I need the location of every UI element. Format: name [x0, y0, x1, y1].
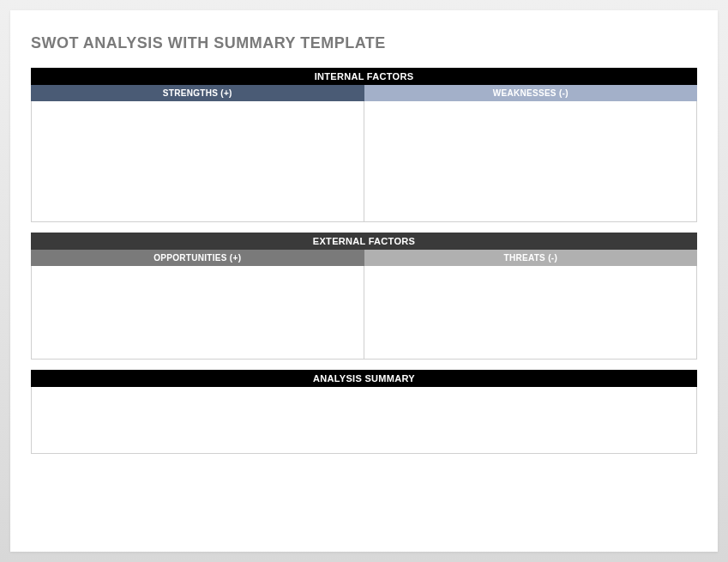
internal-factors-section: INTERNAL FACTORS STRENGTHS (+) WEAKNESSE… [31, 68, 697, 222]
external-factors-header: EXTERNAL FACTORS [31, 233, 697, 250]
analysis-summary-cell[interactable] [31, 387, 697, 454]
strengths-cell[interactable] [32, 101, 364, 221]
threats-cell[interactable] [364, 266, 696, 359]
internal-column-headers: STRENGTHS (+) WEAKNESSES (-) [31, 85, 697, 101]
analysis-summary-header: ANALYSIS SUMMARY [31, 370, 697, 387]
page-title: SWOT ANALYSIS WITH SUMMARY TEMPLATE [31, 34, 697, 52]
external-factors-section: EXTERNAL FACTORS OPPORTUNITIES (+) THREA… [31, 233, 697, 360]
strengths-header: STRENGTHS (+) [31, 85, 364, 101]
weaknesses-header: WEAKNESSES (-) [364, 85, 698, 101]
opportunities-header: OPPORTUNITIES (+) [31, 250, 364, 266]
external-column-headers: OPPORTUNITIES (+) THREATS (-) [31, 250, 697, 266]
analysis-summary-section: ANALYSIS SUMMARY [31, 370, 697, 454]
internal-content-row [31, 101, 697, 222]
document-page: SWOT ANALYSIS WITH SUMMARY TEMPLATE INTE… [10, 10, 718, 552]
threats-header: THREATS (-) [364, 250, 698, 266]
external-content-row [31, 266, 697, 360]
opportunities-cell[interactable] [32, 266, 364, 359]
weaknesses-cell[interactable] [364, 101, 696, 221]
internal-factors-header: INTERNAL FACTORS [31, 68, 697, 85]
